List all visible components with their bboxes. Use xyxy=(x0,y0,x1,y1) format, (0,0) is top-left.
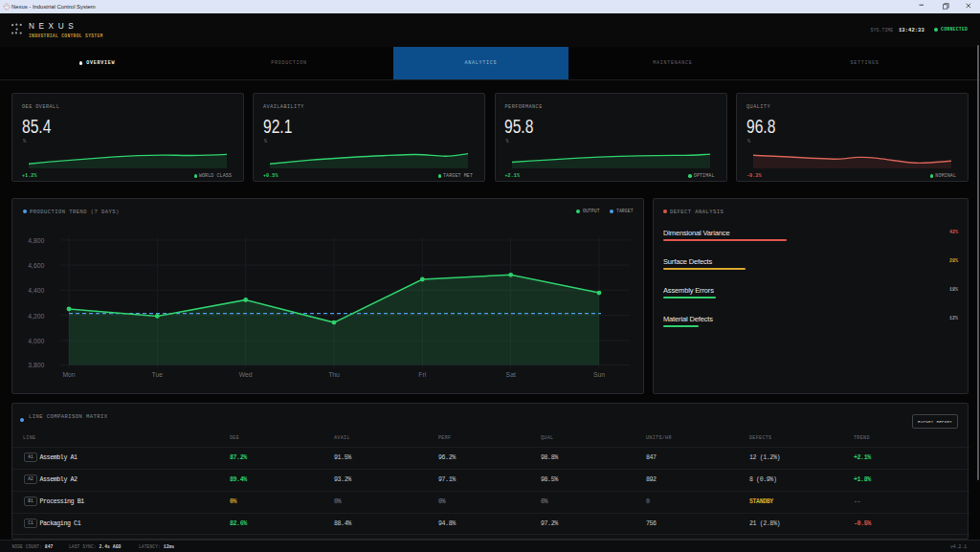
svg-text:Tue: Tue xyxy=(152,371,164,378)
svg-text:Thu: Thu xyxy=(328,371,340,378)
svg-text:Sun: Sun xyxy=(593,371,605,378)
svg-text:Fri: Fri xyxy=(418,371,426,378)
svg-text:Mon: Mon xyxy=(62,371,75,378)
svg-text:Sat: Sat xyxy=(506,371,516,378)
svg-text:4,400: 4,400 xyxy=(28,287,44,294)
svg-text:4,000: 4,000 xyxy=(28,338,44,344)
svg-text:4,800: 4,800 xyxy=(28,237,44,244)
svg-text:3,800: 3,800 xyxy=(28,362,44,368)
svg-text:4,200: 4,200 xyxy=(28,313,44,320)
svg-text:Wed: Wed xyxy=(239,371,253,378)
svg-text:4,600: 4,600 xyxy=(28,262,44,269)
